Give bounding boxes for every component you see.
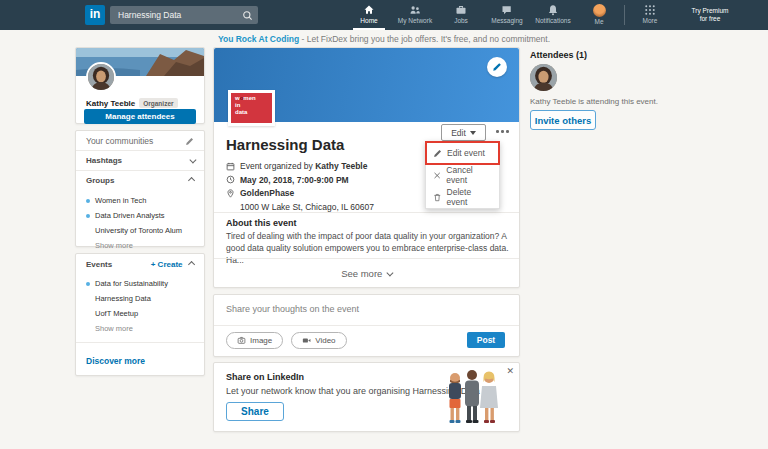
menu-item-delete-event[interactable]: Delete event: [426, 186, 499, 208]
location-row: GoldenPhase: [226, 188, 374, 198]
pencil-icon: [433, 149, 442, 158]
group-item[interactable]: Data Driven Analysts: [76, 208, 204, 223]
edit-dropdown-button[interactable]: Edit: [441, 124, 486, 141]
attendee-avatar[interactable]: [530, 64, 557, 91]
video-button[interactable]: Video: [291, 332, 346, 349]
caret-down-icon: [470, 131, 476, 135]
sidebar-section-groups[interactable]: Groups: [76, 170, 204, 190]
share-button[interactable]: Share: [226, 402, 284, 421]
location-pin-icon: [226, 189, 235, 198]
organizer-row: Event organized by Kathy Teeble: [226, 161, 374, 171]
nav-item-more[interactable]: More: [627, 0, 673, 30]
jobs-icon: [455, 4, 467, 16]
nav-item-home[interactable]: Home: [346, 0, 392, 30]
nav-item-messaging[interactable]: Messaging: [484, 0, 530, 30]
events-show-more[interactable]: Show more: [76, 321, 204, 337]
overflow-menu-icon[interactable]: [496, 130, 509, 133]
me-avatar: [593, 4, 606, 17]
top-navbar: in Home My Network Jobs Messaging: [0, 0, 768, 30]
search-input[interactable]: [110, 6, 258, 24]
nav-divider: [624, 5, 625, 25]
nav-item-me[interactable]: Me: [576, 0, 622, 30]
event-address: 1000 W Lake St, Chicago, IL 60607: [240, 202, 374, 212]
unread-dot: [86, 199, 90, 203]
event-detail-card: women in data Edit Edit event Cancel eve…: [213, 47, 520, 288]
linkedin-event-page: in Home My Network Jobs Messaging: [0, 0, 768, 449]
clock-icon: [226, 175, 235, 184]
nav-item-my-network[interactable]: My Network: [392, 0, 438, 30]
linkedin-logo[interactable]: in: [85, 5, 105, 25]
promo-banner: You Rock At Coding - Let FixDex bring yo…: [0, 30, 768, 47]
divider: [214, 325, 519, 326]
pencil-icon: [492, 62, 502, 72]
divider: [214, 212, 519, 213]
manage-attendees-button[interactable]: Manage attendees: [84, 109, 196, 124]
trash-icon: [433, 193, 442, 202]
events-card: Events + Create Data for Sustainability …: [75, 253, 205, 376]
group-item[interactable]: Women in Tech: [76, 193, 204, 208]
composer-input[interactable]: Share your thoughts on the event: [226, 304, 359, 314]
chevron-up-icon: [188, 178, 194, 184]
search-icon: [242, 10, 253, 21]
datetime-row: May 20, 2018, 7:00-9:00 PM: [226, 175, 374, 185]
event-title: Harnessing Data: [226, 136, 344, 153]
attendee-status: Kathy Teeble is attending this event.: [530, 97, 658, 106]
attendees-title: Attendees (1): [530, 50, 587, 60]
event-logo: women in data: [228, 90, 275, 126]
menu-item-cancel-event[interactable]: Cancel event: [426, 164, 499, 186]
organizer-name-link[interactable]: Kathy Teeble: [315, 161, 367, 171]
nav-item-notifications[interactable]: Notifications: [530, 0, 576, 30]
organizer-profile-card: Kathy Teeble Organizer Manage attendees: [75, 47, 205, 124]
nav-menu: Home My Network Jobs Messaging Notificat…: [346, 0, 747, 30]
communities-card: Your communities Hashtags Groups Women i…: [75, 130, 205, 247]
event-item[interactable]: Data for Sustainability: [76, 276, 204, 291]
post-button[interactable]: Post: [467, 332, 505, 348]
invite-others-button[interactable]: Invite others: [530, 110, 596, 130]
image-button[interactable]: Image: [226, 332, 283, 349]
post-composer-card: Share your thoughts on the event Image V…: [213, 294, 520, 357]
more-grid-icon: [644, 4, 656, 16]
chevron-up-icon: [188, 262, 194, 268]
chevron-down-icon: [189, 157, 195, 163]
search-box: [110, 6, 258, 24]
video-icon: [302, 336, 311, 345]
create-event-link[interactable]: + Create: [151, 260, 183, 269]
discover-more-link[interactable]: Discover more: [86, 356, 145, 366]
calendar-icon: [226, 162, 235, 171]
share-on-linkedin-card: Share on LinkedIn Let your network know …: [213, 362, 520, 432]
see-more-button[interactable]: See more: [214, 258, 519, 287]
communities-title: Your communities: [86, 136, 153, 146]
group-item[interactable]: University of Toronto Alum: [76, 223, 204, 238]
close-icon[interactable]: ✕: [506, 366, 514, 376]
edit-dropdown-menu: Edit event Cancel event Delete event: [425, 141, 500, 209]
promo-text: - Let FixDex bring you the job offers. I…: [299, 34, 550, 44]
my-network-icon: [409, 4, 421, 16]
share-card-title: Share on LinkedIn: [226, 372, 304, 382]
event-item[interactable]: UofT Meetup: [76, 306, 204, 321]
notifications-icon: [547, 4, 559, 16]
promo-brand-link[interactable]: You Rock At Coding: [218, 34, 299, 44]
nav-item-jobs[interactable]: Jobs: [438, 0, 484, 30]
people-illustration: [441, 366, 503, 432]
events-section-label: Events: [86, 260, 151, 269]
organizer-badge: Organizer: [139, 98, 177, 108]
edit-banner-button[interactable]: [487, 57, 507, 77]
event-item[interactable]: Harnessing Data: [76, 291, 204, 306]
edit-communities-icon[interactable]: [185, 137, 194, 146]
try-premium-link[interactable]: Try Premium for free: [673, 0, 747, 30]
x-icon: [433, 171, 441, 180]
camera-icon: [237, 336, 246, 345]
home-icon: [363, 4, 375, 16]
sidebar-section-hashtags[interactable]: Hashtags: [76, 150, 204, 170]
organizer-avatar[interactable]: [86, 62, 116, 92]
about-title: About this event: [226, 218, 297, 228]
unread-dot: [86, 214, 90, 218]
unread-dot: [86, 282, 90, 286]
chevron-down-icon: [387, 269, 393, 275]
groups-show-more[interactable]: Show more: [76, 238, 204, 254]
messaging-icon: [501, 4, 513, 16]
organizer-name[interactable]: Kathy Teeble: [86, 99, 135, 108]
menu-item-edit-event[interactable]: Edit event: [426, 142, 499, 164]
